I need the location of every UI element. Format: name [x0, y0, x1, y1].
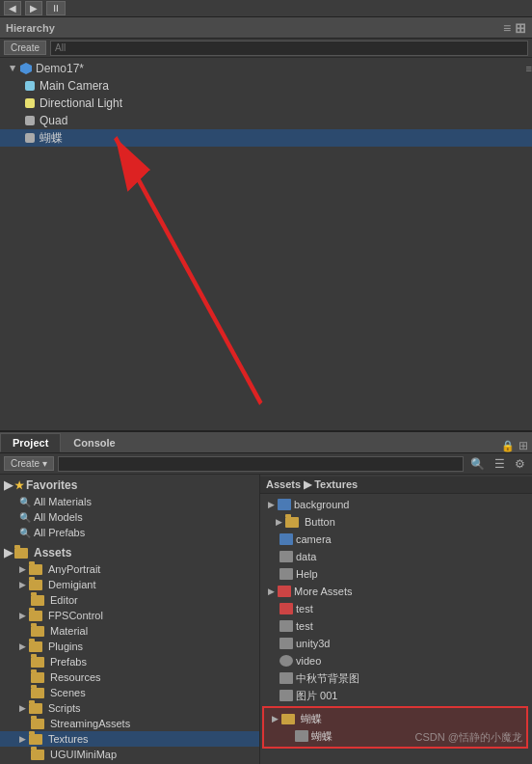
bg-label: background	[294, 499, 350, 510]
assets-textures[interactable]: ▶ Textures	[0, 731, 259, 747]
favorites-header[interactable]: ▶ ★ Favorites	[0, 477, 259, 494]
search-icon-btn[interactable]: 🔍	[467, 456, 488, 472]
assets-resources[interactable]: Resources	[0, 669, 259, 685]
project-create-btn[interactable]: Create ▾	[4, 456, 54, 471]
project-content: ▶ ★ Favorites 🔍 All Materials 🔍 All Mode…	[0, 475, 532, 764]
label-resources: Resources	[50, 671, 101, 683]
btn-label: Button	[305, 516, 335, 528]
assets-editor[interactable]: Editor	[0, 592, 259, 608]
browser-item-butterfly-folder[interactable]: ▶ 蝴蝶	[264, 710, 526, 727]
camera-file-icon	[279, 533, 293, 545]
folder-editor	[31, 595, 44, 606]
panel-options-icon[interactable]: ⊞	[519, 439, 528, 452]
project-sidebar: ▶ ★ Favorites 🔍 All Materials 🔍 All Mode…	[0, 475, 260, 764]
light-go-icon	[23, 96, 37, 110]
assets-label: Assets	[34, 546, 71, 559]
scene-menu-icon[interactable]: ≡	[526, 63, 532, 74]
img001-file-icon	[279, 690, 293, 701]
bf-expand-icon: ▶	[272, 714, 279, 723]
assets-streaming[interactable]: StreamingAssets	[0, 716, 259, 731]
pause-btn[interactable]: ⏸	[46, 1, 66, 15]
img001-label: 图片 001	[296, 689, 337, 703]
folder-textures	[29, 734, 42, 745]
assets-ugui[interactable]: UGUIMiniMap	[0, 747, 259, 762]
project-toolbar: Create ▾ 🔍 ☰ ⚙	[0, 453, 532, 475]
tab-project[interactable]: Project	[0, 433, 61, 452]
assets-material[interactable]: Material	[0, 623, 259, 639]
help-label: Help	[296, 568, 318, 580]
favorites-arrow: ▶	[4, 478, 13, 492]
browser-item-test1[interactable]: test	[260, 600, 532, 617]
folder-resources	[31, 672, 44, 683]
folder-material	[31, 626, 44, 637]
play-btn[interactable]: ▶	[25, 1, 42, 15]
hierarchy-item-main-camera[interactable]: Main Camera	[0, 77, 532, 95]
browser-item-mid-autumn[interactable]: 中秋节背景图	[260, 669, 532, 687]
browser-items: ▶ background ▶ Button camera	[260, 494, 532, 752]
fav-all-materials[interactable]: 🔍 All Materials	[0, 494, 259, 509]
project-browser: Assets ▶ Textures ▶ background ▶ Button	[260, 475, 532, 764]
mid-autumn-file-icon	[279, 672, 293, 684]
browser-item-img001[interactable]: 图片 001	[260, 687, 532, 704]
browser-item-button[interactable]: ▶ Button	[260, 513, 532, 531]
unity3d-file-icon	[279, 638, 293, 649]
butterfly-group-box: ▶ 蝴蝶 蝴蝶	[262, 706, 528, 749]
assets-prefabs[interactable]: Prefabs	[0, 654, 259, 669]
fav-models-label: All Models	[34, 511, 83, 523]
browser-item-test2[interactable]: test	[260, 617, 532, 635]
project-search-input[interactable]	[58, 456, 464, 472]
filter-icon-btn[interactable]: ☰	[492, 456, 508, 472]
folder-streaming	[31, 719, 44, 729]
lock-icon: 🔒	[501, 440, 515, 452]
mid-autumn-label: 中秋节背景图	[296, 671, 359, 686]
folder-scenes	[31, 688, 44, 698]
browser-item-camera[interactable]: camera	[260, 531, 532, 548]
scene-expand-arrow[interactable]: ▶	[8, 63, 19, 74]
hierarchy-panel: Hierarchy ≡ ⊞ Create ▶ Demo17* ≡ Mai	[0, 17, 532, 432]
tab-console[interactable]: Console	[61, 433, 127, 452]
assets-plugins[interactable]: ▶ Plugins	[0, 639, 259, 654]
assets-header[interactable]: ▶ Assets	[0, 544, 259, 561]
assets-scripts[interactable]: ▶ Scripts	[0, 700, 259, 716]
hierarchy-scene-root[interactable]: ▶ Demo17* ≡	[0, 60, 532, 77]
fav-all-prefabs[interactable]: 🔍 All Prefabs	[0, 525, 259, 540]
assets-scenes[interactable]: Scenes	[0, 685, 259, 700]
hierarchy-item-butterfly[interactable]: 蝴蝶	[0, 129, 532, 147]
settings-icon-btn[interactable]: ⚙	[512, 456, 528, 472]
hierarchy-item-dir-light[interactable]: Directional Light	[0, 95, 532, 112]
assets-demigiant[interactable]: ▶ Demigiant	[0, 577, 259, 592]
assets-anyportrait[interactable]: ▶ AnyPortrait	[0, 561, 259, 577]
browser-item-video[interactable]: video	[260, 652, 532, 669]
browser-item-more-assets[interactable]: ▶ More Assets	[260, 583, 532, 600]
search-icon-prefabs: 🔍	[19, 528, 31, 538]
fav-all-models[interactable]: 🔍 All Models	[0, 509, 259, 525]
hierarchy-menu[interactable]: ≡ ⊞	[503, 20, 526, 36]
label-material: Material	[50, 625, 88, 637]
hierarchy-search-input[interactable]	[50, 41, 528, 56]
assets-arrow: ▶	[4, 546, 13, 559]
prev-btn[interactable]: ◀	[4, 1, 21, 15]
label-prefabs: Prefabs	[50, 656, 87, 668]
camera-label: Main Camera	[40, 79, 109, 93]
hierarchy-create-btn[interactable]: Create	[4, 41, 46, 55]
assets-fpscontrol[interactable]: ▶ FPSControl	[0, 608, 259, 623]
browser-item-background[interactable]: ▶ background	[260, 496, 532, 513]
svg-line-1	[116, 138, 261, 404]
more-expand-icon: ▶	[268, 587, 275, 596]
data-file-icon	[279, 551, 293, 562]
butterfly-go-icon	[23, 131, 37, 145]
video-label: video	[296, 655, 321, 667]
label-demigiant: Demigiant	[48, 579, 96, 590]
hierarchy-toolbar: Create	[0, 39, 532, 58]
test1-file-icon	[279, 603, 293, 614]
label-plugins: Plugins	[48, 641, 83, 652]
browser-item-data[interactable]: data	[260, 548, 532, 565]
browser-item-help[interactable]: Help	[260, 565, 532, 583]
test2-label: test	[296, 620, 313, 632]
browser-item-butterfly-file[interactable]: 蝴蝶	[264, 727, 526, 745]
bf-folder-icon	[281, 714, 295, 724]
browser-item-unity3d[interactable]: unity3d	[260, 635, 532, 652]
btn-folder-icon	[285, 517, 299, 528]
hierarchy-item-quad[interactable]: Quad	[0, 112, 532, 129]
bg-file-icon	[278, 499, 291, 510]
